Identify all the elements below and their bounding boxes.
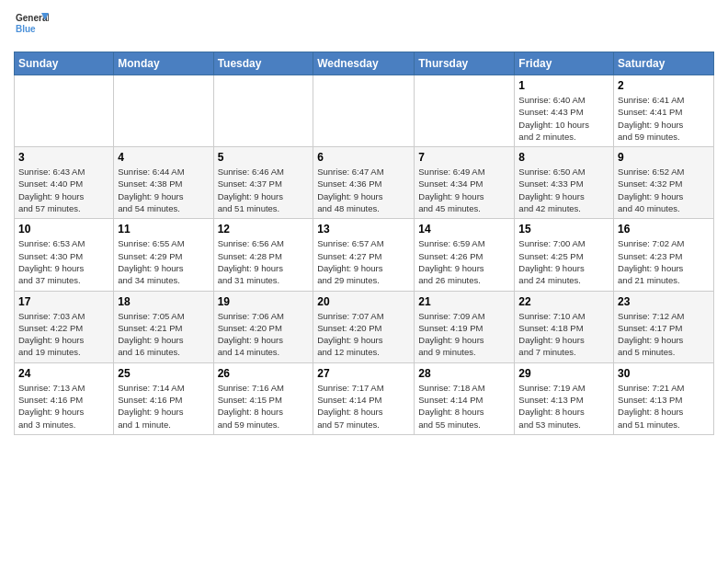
day-number: 15	[518, 223, 609, 236]
header-sunday: Sunday	[15, 52, 114, 75]
day-info: Sunrise: 6:40 AM Sunset: 4:43 PM Dayligh…	[518, 94, 609, 143]
calendar-cell: 20Sunrise: 7:07 AM Sunset: 4:20 PM Dayli…	[313, 291, 415, 362]
day-info: Sunrise: 6:55 AM Sunset: 4:29 PM Dayligh…	[118, 237, 209, 286]
day-info: Sunrise: 6:43 AM Sunset: 4:40 PM Dayligh…	[18, 166, 109, 214]
day-info: Sunrise: 6:56 AM Sunset: 4:28 PM Dayligh…	[218, 237, 310, 286]
day-number: 4	[118, 151, 209, 164]
header: General Blue	[14, 9, 714, 44]
day-info: Sunrise: 7:10 AM Sunset: 4:18 PM Dayligh…	[518, 310, 609, 359]
day-number: 7	[418, 151, 510, 164]
day-info: Sunrise: 7:21 AM Sunset: 4:13 PM Dayligh…	[618, 382, 710, 431]
week-row-5: 24Sunrise: 7:13 AM Sunset: 4:16 PM Dayli…	[15, 362, 714, 434]
week-row-1: 1Sunrise: 6:40 AM Sunset: 4:43 PM Daylig…	[15, 75, 714, 147]
day-number: 6	[317, 151, 410, 164]
day-info: Sunrise: 7:18 AM Sunset: 4:14 PM Dayligh…	[418, 382, 510, 431]
day-number: 14	[418, 223, 510, 236]
day-number: 13	[317, 223, 410, 236]
header-saturday: Saturday	[614, 52, 714, 75]
logo-svg: General Blue	[14, 9, 49, 44]
day-number: 26	[218, 367, 310, 380]
day-info: Sunrise: 7:06 AM Sunset: 4:20 PM Dayligh…	[218, 310, 310, 359]
day-info: Sunrise: 7:05 AM Sunset: 4:21 PM Dayligh…	[118, 310, 209, 359]
calendar-cell: 8Sunrise: 6:50 AM Sunset: 4:33 PM Daylig…	[515, 147, 614, 219]
calendar-cell: 16Sunrise: 7:02 AM Sunset: 4:23 PM Dayli…	[614, 219, 714, 291]
day-info: Sunrise: 7:16 AM Sunset: 4:15 PM Dayligh…	[218, 382, 310, 431]
day-info: Sunrise: 7:07 AM Sunset: 4:20 PM Dayligh…	[317, 310, 410, 359]
day-number: 19	[218, 295, 310, 308]
calendar-cell: 5Sunrise: 6:46 AM Sunset: 4:37 PM Daylig…	[213, 147, 313, 219]
calendar-cell	[114, 75, 213, 147]
calendar-cell: 19Sunrise: 7:06 AM Sunset: 4:20 PM Dayli…	[213, 291, 313, 362]
week-row-3: 10Sunrise: 6:53 AM Sunset: 4:30 PM Dayli…	[15, 219, 714, 291]
calendar-cell: 30Sunrise: 7:21 AM Sunset: 4:13 PM Dayli…	[614, 362, 714, 434]
main-container: General Blue SundayMondayTuesdayWednesda…	[0, 0, 728, 444]
day-info: Sunrise: 6:49 AM Sunset: 4:34 PM Dayligh…	[418, 166, 510, 214]
day-info: Sunrise: 7:03 AM Sunset: 4:22 PM Dayligh…	[18, 310, 109, 359]
day-info: Sunrise: 6:46 AM Sunset: 4:37 PM Dayligh…	[218, 166, 310, 214]
day-number: 10	[18, 223, 109, 236]
day-number: 29	[518, 367, 609, 380]
day-info: Sunrise: 7:19 AM Sunset: 4:13 PM Dayligh…	[518, 382, 609, 431]
calendar-cell: 14Sunrise: 6:59 AM Sunset: 4:26 PM Dayli…	[415, 219, 515, 291]
svg-text:Blue: Blue	[16, 24, 36, 34]
day-info: Sunrise: 7:09 AM Sunset: 4:19 PM Dayligh…	[418, 310, 510, 359]
day-number: 8	[518, 151, 609, 164]
week-row-2: 3Sunrise: 6:43 AM Sunset: 4:40 PM Daylig…	[15, 147, 714, 219]
calendar-cell: 15Sunrise: 7:00 AM Sunset: 4:25 PM Dayli…	[515, 219, 614, 291]
header-wednesday: Wednesday	[313, 52, 415, 75]
calendar-cell: 26Sunrise: 7:16 AM Sunset: 4:15 PM Dayli…	[213, 362, 313, 434]
calendar-cell	[213, 75, 313, 147]
day-number: 2	[618, 79, 710, 92]
day-info: Sunrise: 6:57 AM Sunset: 4:27 PM Dayligh…	[317, 237, 410, 286]
day-number: 24	[18, 367, 109, 380]
calendar-cell: 18Sunrise: 7:05 AM Sunset: 4:21 PM Dayli…	[114, 291, 213, 362]
day-number: 21	[418, 295, 510, 308]
calendar-cell: 24Sunrise: 7:13 AM Sunset: 4:16 PM Dayli…	[15, 362, 114, 434]
day-number: 3	[18, 151, 109, 164]
calendar-cell: 29Sunrise: 7:19 AM Sunset: 4:13 PM Dayli…	[515, 362, 614, 434]
day-info: Sunrise: 6:50 AM Sunset: 4:33 PM Dayligh…	[518, 166, 609, 214]
day-info: Sunrise: 7:12 AM Sunset: 4:17 PM Dayligh…	[618, 310, 710, 359]
day-info: Sunrise: 7:17 AM Sunset: 4:14 PM Dayligh…	[317, 382, 410, 431]
calendar-cell: 17Sunrise: 7:03 AM Sunset: 4:22 PM Dayli…	[15, 291, 114, 362]
calendar-cell	[15, 75, 114, 147]
header-friday: Friday	[515, 52, 614, 75]
day-number: 22	[518, 295, 609, 308]
week-row-4: 17Sunrise: 7:03 AM Sunset: 4:22 PM Dayli…	[15, 291, 714, 362]
day-number: 17	[18, 295, 109, 308]
calendar-cell	[415, 75, 515, 147]
calendar-cell: 6Sunrise: 6:47 AM Sunset: 4:36 PM Daylig…	[313, 147, 415, 219]
calendar-cell: 25Sunrise: 7:14 AM Sunset: 4:16 PM Dayli…	[114, 362, 213, 434]
calendar-cell: 12Sunrise: 6:56 AM Sunset: 4:28 PM Dayli…	[213, 219, 313, 291]
day-info: Sunrise: 7:14 AM Sunset: 4:16 PM Dayligh…	[118, 382, 209, 431]
calendar-cell: 7Sunrise: 6:49 AM Sunset: 4:34 PM Daylig…	[415, 147, 515, 219]
day-info: Sunrise: 6:53 AM Sunset: 4:30 PM Dayligh…	[18, 237, 109, 286]
logo: General Blue	[14, 9, 49, 44]
day-number: 27	[317, 367, 410, 380]
calendar-cell: 4Sunrise: 6:44 AM Sunset: 4:38 PM Daylig…	[114, 147, 213, 219]
day-info: Sunrise: 6:44 AM Sunset: 4:38 PM Dayligh…	[118, 166, 209, 214]
day-number: 20	[317, 295, 410, 308]
calendar-cell: 9Sunrise: 6:52 AM Sunset: 4:32 PM Daylig…	[614, 147, 714, 219]
header-monday: Monday	[114, 52, 213, 75]
day-number: 23	[618, 295, 710, 308]
calendar-cell: 2Sunrise: 6:41 AM Sunset: 4:41 PM Daylig…	[614, 75, 714, 147]
day-number: 18	[118, 295, 209, 308]
calendar-header-row: SundayMondayTuesdayWednesdayThursdayFrid…	[15, 52, 714, 75]
day-info: Sunrise: 7:02 AM Sunset: 4:23 PM Dayligh…	[618, 237, 710, 286]
day-number: 30	[618, 367, 710, 380]
day-number: 28	[418, 367, 510, 380]
day-info: Sunrise: 7:00 AM Sunset: 4:25 PM Dayligh…	[518, 237, 609, 286]
calendar-cell: 21Sunrise: 7:09 AM Sunset: 4:19 PM Dayli…	[415, 291, 515, 362]
calendar-cell: 10Sunrise: 6:53 AM Sunset: 4:30 PM Dayli…	[15, 219, 114, 291]
day-number: 1	[518, 79, 609, 92]
day-number: 9	[618, 151, 710, 164]
header-tuesday: Tuesday	[213, 52, 313, 75]
day-number: 12	[218, 223, 310, 236]
calendar-cell: 11Sunrise: 6:55 AM Sunset: 4:29 PM Dayli…	[114, 219, 213, 291]
day-info: Sunrise: 6:59 AM Sunset: 4:26 PM Dayligh…	[418, 237, 510, 286]
calendar-cell: 23Sunrise: 7:12 AM Sunset: 4:17 PM Dayli…	[614, 291, 714, 362]
day-info: Sunrise: 6:47 AM Sunset: 4:36 PM Dayligh…	[317, 166, 410, 214]
day-info: Sunrise: 6:41 AM Sunset: 4:41 PM Dayligh…	[618, 94, 710, 143]
day-info: Sunrise: 7:13 AM Sunset: 4:16 PM Dayligh…	[18, 382, 109, 431]
